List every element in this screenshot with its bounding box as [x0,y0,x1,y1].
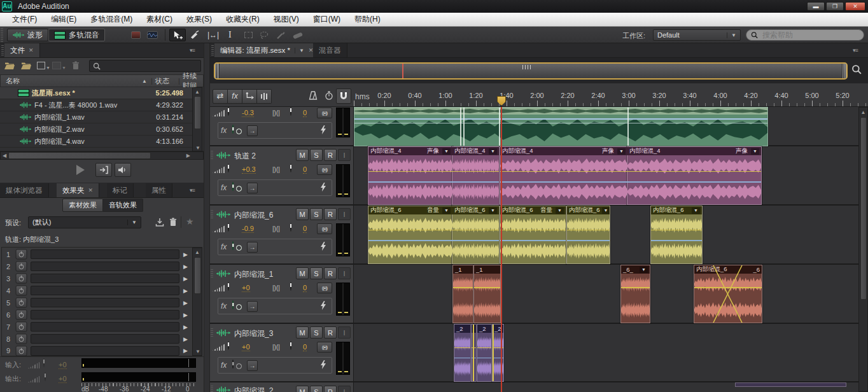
fx-power-button[interactable] [16,261,27,271]
fx-power-button[interactable] [16,297,27,307]
track4-clip[interactable]: _1 [452,265,473,323]
files-horizontal-scrollbar[interactable]: ◀ ▶ [0,151,204,160]
fx-power-button[interactable] [16,249,27,259]
paintbrush-tool-button[interactable] [276,31,285,39]
track2-clip[interactable]: 内部缩混_4声像▼ [500,146,628,205]
track4-clip[interactable]: _6_▼ [620,265,650,323]
track6-clip[interactable] [735,382,846,387]
track1-fx-routing-button[interactable]: → [247,125,258,136]
sort-asc-icon[interactable]: ▲ [142,78,147,84]
track2-clip[interactable]: 内部缩混_4声像▼ [368,146,453,205]
chevron-down-icon[interactable]: ▼ [489,207,497,214]
scrollbar-thumb[interactable] [860,117,867,300]
track3-monitor-input-button[interactable]: ((•)) [317,223,332,234]
fx-slot-row[interactable]: 9▶ [2,345,192,356]
track3-clip[interactable]: 内部缩混_6▼ [452,206,500,264]
close-icon[interactable]: ✕ [88,187,94,193]
track2-volume-value[interactable]: +0.3 [242,165,256,174]
scroll-up-icon[interactable]: ▲ [193,248,202,255]
restore-button[interactable]: ❐ [826,2,844,11]
track4-mute-button[interactable]: M [296,267,309,279]
scroll-right-icon[interactable]: ▶ [186,153,190,158]
tab-properties[interactable]: 属性 [146,183,172,197]
move-tool-button[interactable] [169,29,186,41]
preset-dropdown[interactable]: (默认) ▼ [28,216,141,228]
play-button[interactable] [76,165,85,175]
input-gain-value[interactable]: +0 [59,361,67,369]
track5-clip[interactable]: _2 [492,324,504,382]
close-icon[interactable]: ✕ [29,47,34,53]
track2-name[interactable]: 轨道 2 [234,151,256,162]
track-grip[interactable] [211,209,213,218]
track1-pan-value[interactable]: 0 [303,109,307,117]
help-search-input[interactable] [761,30,859,40]
track3-fx-power-button[interactable] [232,241,234,250]
minimize-button[interactable]: ▬ [807,2,825,11]
tab-files[interactable]: 文件✕ [4,43,40,57]
track2-fx-power-button[interactable] [232,182,234,191]
tab-editor[interactable]: 编辑器: 流星雨.sesx * ▼ ✕ [214,43,319,57]
fx-arrow-icon[interactable]: ▶ [183,276,188,282]
files-search-box[interactable] [89,60,201,72]
fx-slot-row[interactable]: 7▶ [2,321,192,333]
track3-input-button[interactable]: I [338,208,351,220]
file-row-session[interactable]: 流星雨.sesx * 5:25.498 [0,87,192,99]
track2-solo-button[interactable]: S [310,149,323,161]
fx-slot-row[interactable]: 5▶ [2,297,192,309]
envelope-line[interactable] [354,123,767,123]
fx-slot-row[interactable]: 1▶ [2,248,192,260]
track5-name[interactable]: 内部缩混_3 [234,328,273,339]
scrollbar-thumb[interactable] [8,152,151,159]
panel-splitter[interactable] [204,43,210,392]
fx-slot[interactable] [31,298,179,307]
automation-icon[interactable] [242,89,257,104]
fx-arrow-icon[interactable]: ▶ [183,300,188,306]
track3-volume-value[interactable]: -0.9 [242,225,254,233]
insert-into-multitrack-icon[interactable] [52,62,61,69]
fx-power-button[interactable] [16,321,27,332]
scroll-up-icon[interactable]: ▲ [193,88,202,95]
track1-volume-knob[interactable] [228,107,229,116]
tab-media-browser[interactable]: 媒体浏览器 [0,183,49,197]
track4-volume-value[interactable]: +0 [242,284,250,292]
menu-effects[interactable]: 效果(S) [179,14,219,25]
track5-volume-value[interactable]: +0 [242,343,250,351]
freeze-bolt-icon[interactable] [320,242,326,251]
chevron-down-icon[interactable]: ▼ [692,207,700,214]
fx-power-button[interactable] [16,309,27,319]
waveform-view-button[interactable]: 波形 [7,29,48,41]
track4-pan-knob[interactable] [290,282,291,291]
metronome-icon[interactable] [309,91,318,100]
navigator-left-handle[interactable] [215,64,220,78]
file-row[interactable]: 内部缩混_1.wav 0:31.214 [0,111,192,123]
freeze-bolt-icon[interactable] [320,301,326,310]
track2-mute-button[interactable]: M [296,149,309,161]
track2-clip[interactable]: 内部缩混_4▼ [452,146,500,205]
scrollbar-thumb[interactable] [194,96,201,129]
track3-clip[interactable]: 内部缩混_6▼ [650,206,703,264]
close-button[interactable]: ✕ [845,2,865,11]
output-gain-value[interactable]: +0 [59,375,67,383]
track4-clip[interactable]: _1 [473,265,501,323]
track2-pan-knob[interactable] [290,164,291,172]
metering-icon[interactable] [257,89,272,104]
timer-icon[interactable] [325,91,333,100]
track4-clip[interactable]: 内部缩混_6_6 [694,265,762,323]
fx-slot-row[interactable]: 4▶ [2,284,192,297]
freeze-bolt-icon[interactable] [320,125,326,134]
track5-clip[interactable]: _2 [454,324,471,382]
track5-fx-routing-button[interactable]: → [247,360,258,371]
chevron-down-icon[interactable]: ▼ [489,148,497,155]
clip-env-mode[interactable]: 声像 [736,147,748,155]
track2-volume-knob[interactable] [228,164,229,172]
fx-arrow-icon[interactable]: ▶ [183,347,188,354]
track3-clip[interactable]: 内部缩混_6音量▼ [368,206,453,264]
slip-tool-button[interactable]: |↔| [207,31,219,39]
marquee-selection-tool-button[interactable] [244,32,253,38]
fx-slot-row[interactable]: 2▶ [2,260,192,272]
fx-power-button[interactable] [16,346,27,356]
rack-vertical-scrollbar[interactable]: ▲ ▼ [192,248,202,356]
track1-fx-power-button[interactable] [232,125,234,134]
input-gain-knob[interactable] [43,358,45,367]
waveform-display-icon[interactable] [147,31,158,39]
